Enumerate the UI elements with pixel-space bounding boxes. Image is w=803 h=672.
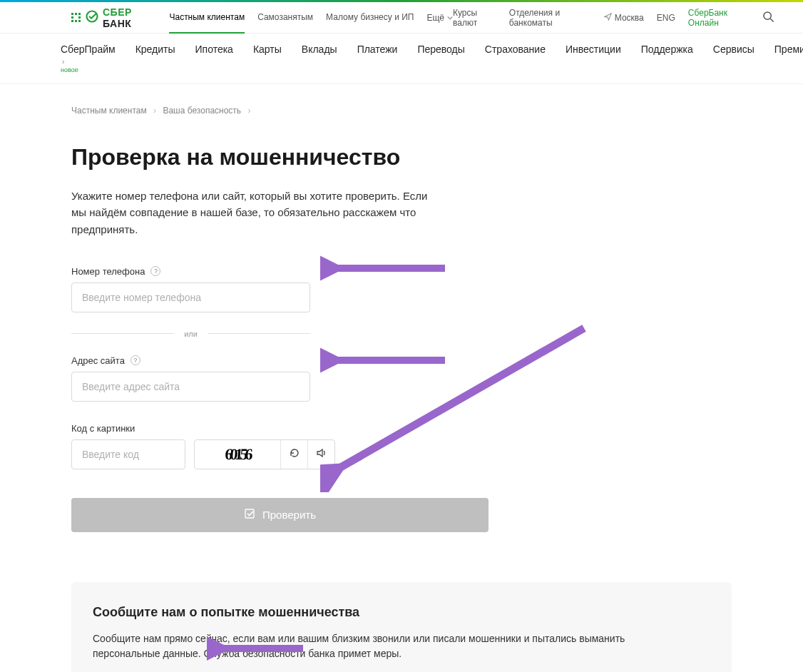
page-title: Проверка на мошенничество	[71, 144, 732, 170]
captcha-refresh-button[interactable]	[280, 440, 307, 469]
svg-rect-11	[245, 509, 254, 518]
logo-text: СБЕР БАНК	[103, 6, 155, 29]
link-rates[interactable]: Курсы валют	[453, 8, 496, 28]
nav-services[interactable]: Сервисы	[713, 44, 755, 55]
report-title: Сообщите нам о попытке мошенничества	[93, 605, 710, 620]
svg-rect-7	[78, 20, 81, 22]
segment-tab-small-biz[interactable]: Малому бизнесу и ИП	[326, 2, 414, 34]
segment-tab-more[interactable]: Ещё	[426, 2, 453, 34]
svg-rect-1	[75, 13, 77, 15]
location-icon	[604, 13, 612, 23]
report-card: Сообщите нам о попытке мошенничества Соо…	[71, 582, 732, 672]
nav-premium[interactable]: Премиум	[774, 44, 803, 55]
logo[interactable]: СБЕР БАНК	[71, 6, 155, 29]
help-icon[interactable]: ?	[131, 355, 140, 365]
nav-deposits[interactable]: Вклады	[302, 44, 337, 55]
check-button[interactable]: Проверить	[71, 498, 489, 532]
report-body: Сообщите нам прямо сейчас, если вам или …	[93, 631, 635, 662]
speaker-icon	[316, 447, 327, 462]
page-content: Частным клиентам › Ваша безопасность › П…	[0, 84, 803, 672]
search-icon[interactable]	[762, 11, 774, 25]
link-branches[interactable]: Отделения и банкоматы	[509, 8, 591, 28]
captcha-box: 60156	[194, 439, 335, 469]
nav-transfers[interactable]: Переводы	[417, 44, 464, 55]
top-header: СБЕР БАНК Частным клиентам Самозанятым М…	[0, 2, 803, 34]
chevron-down-icon	[447, 13, 453, 23]
chevron-right-icon: ›	[153, 106, 156, 116]
phone-input[interactable]	[71, 282, 310, 312]
main-nav: СберПрайм › новое Кредиты Ипотека Карты …	[0, 34, 803, 84]
captcha-label: Код с картинки	[71, 423, 135, 434]
chevron-right-icon: ›	[247, 106, 250, 116]
nav-cards[interactable]: Карты	[253, 44, 282, 55]
refresh-icon	[289, 447, 300, 462]
captcha-block: Код с картинки 60156	[71, 423, 732, 469]
phone-field-block: Номер телефона ?	[71, 266, 732, 312]
site-label: Адрес сайта	[71, 355, 125, 366]
captcha-image: 60156	[194, 440, 281, 469]
svg-rect-3	[71, 16, 73, 19]
logo-circle-icon	[86, 10, 98, 26]
chevron-right-icon: ›	[62, 58, 64, 66]
breadcrumb: Частным клиентам › Ваша безопасность ›	[71, 106, 732, 116]
or-divider: или	[71, 330, 310, 338]
segment-tab-private[interactable]: Частным клиентам	[169, 2, 245, 34]
segment-nav: Частным клиентам Самозанятым Малому бизн…	[169, 2, 453, 34]
nav-sberprime[interactable]: СберПрайм › новое	[61, 44, 116, 73]
svg-rect-2	[78, 13, 81, 15]
captcha-input[interactable]	[71, 439, 185, 469]
svg-rect-5	[71, 20, 73, 22]
svg-point-9	[764, 11, 771, 19]
phone-label: Номер телефона	[71, 266, 145, 277]
breadcrumb-security[interactable]: Ваша безопасность	[163, 106, 241, 116]
check-icon	[244, 507, 257, 522]
svg-rect-0	[71, 13, 73, 15]
nav-payments[interactable]: Платежи	[357, 44, 398, 55]
nav-credits[interactable]: Кредиты	[135, 44, 175, 55]
help-icon[interactable]: ?	[150, 266, 160, 276]
site-field-block: Адрес сайта ?	[71, 355, 732, 402]
nav-support[interactable]: Поддержка	[641, 44, 693, 55]
nav-investments[interactable]: Инвестиции	[566, 44, 621, 55]
svg-line-10	[770, 19, 773, 21]
segment-tab-self-employed[interactable]: Самозанятым	[257, 2, 313, 34]
captcha-audio-button[interactable]	[307, 440, 334, 469]
svg-rect-6	[75, 20, 77, 22]
nav-insurance[interactable]: Страхование	[485, 44, 546, 55]
logo-dots-icon	[71, 13, 81, 23]
svg-rect-4	[78, 16, 81, 19]
breadcrumb-private[interactable]: Частным клиентам	[71, 106, 147, 116]
site-input[interactable]	[71, 372, 310, 402]
page-lead: Укажите номер телефона или сайт, который…	[71, 188, 442, 238]
city-selector[interactable]: Москва	[604, 13, 644, 23]
svg-point-8	[87, 11, 98, 21]
lang-switch[interactable]: ENG	[657, 13, 675, 23]
link-sber-online[interactable]: СберБанк Онлайн	[688, 8, 750, 28]
utility-nav: Курсы валют Отделения и банкоматы Москва…	[453, 8, 774, 28]
nav-mortgage[interactable]: Ипотека	[195, 44, 233, 55]
